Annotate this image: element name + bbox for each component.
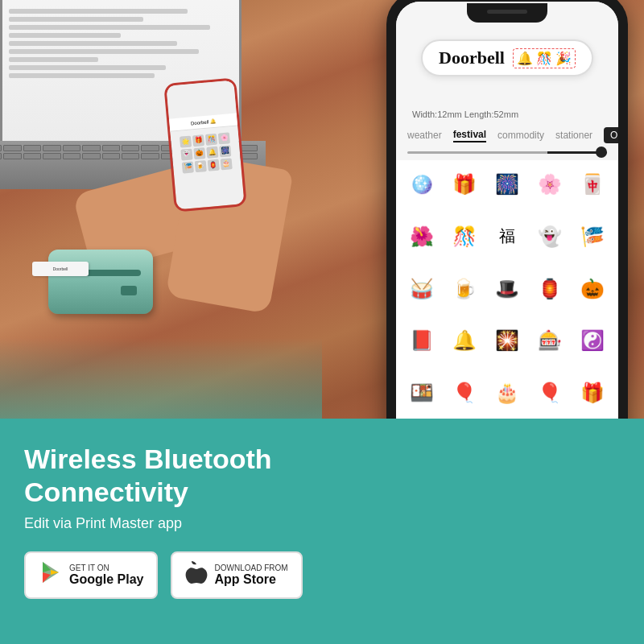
bottom-section: Wireless BluetoothConnectivity Edit via …	[0, 419, 644, 644]
icon-cell: 🌸	[218, 132, 230, 144]
google-play-name: Google Play	[69, 572, 143, 587]
icon-cell: 🔔	[206, 146, 218, 158]
icon-fireworks[interactable]: 🎆	[488, 167, 526, 202]
icon-size-slider[interactable]	[407, 151, 607, 154]
icon-cake[interactable]: 🎂	[488, 375, 526, 411]
category-tabs[interactable]: weather festival commodity stationer OK	[396, 122, 618, 148]
icon-fu[interactable]: 福	[488, 219, 526, 254]
phone-screen: Doorbell 🔔 🎊 🎉 Width:12mm Length:52mm	[396, 2, 618, 419]
icon-cell: 🎁	[192, 134, 204, 147]
icon-cell: 👻	[180, 148, 192, 160]
icon-cell: 🎏	[182, 161, 194, 173]
icon-cell: 🎆	[219, 145, 231, 157]
app-store-button[interactable]: Download from App Store	[171, 551, 302, 599]
teal-overlay	[0, 338, 322, 419]
icon-lantern[interactable]: 🏮	[531, 271, 569, 307]
icon-rose[interactable]: 🌺	[402, 219, 440, 254]
bottom-subtitle: Edit via Print Master app	[24, 515, 620, 532]
icon-cell: 🏮	[208, 159, 220, 171]
phone-small-screen: Doorbell 🔔 🌟 🎁 🎊 🌸 👻 🎃 🔔 🎆 🎏 🍺 🏮 🎂	[166, 80, 244, 210]
tab-commodity[interactable]: commodity	[497, 130, 544, 141]
store-buttons: GET IT ON Google Play Download from App …	[24, 551, 620, 599]
app-store-top-text: Download from	[214, 564, 287, 572]
google-play-button[interactable]: GET IT ON Google Play	[24, 551, 158, 599]
printer-button[interactable]	[121, 286, 137, 295]
icon-cell: 🎊	[205, 133, 217, 145]
label-icon-group: 🔔 🎊 🎉	[513, 48, 576, 68]
icon-bunting[interactable]: 🎏	[574, 219, 612, 254]
label-icon-party: 🎉	[555, 51, 572, 66]
icon-ghost[interactable]: 👻	[531, 219, 569, 254]
icon-cell: 🎂	[221, 158, 233, 170]
icon-gift2[interactable]: 🎁	[574, 375, 612, 411]
photo-section: Doorbell Doorbell 🔔 🌟 🎁 🎊 🌸 👻 🎃 🔔 🎆	[0, 0, 644, 419]
icon-mahjong[interactable]: 🀄	[574, 167, 612, 202]
icon-yin-yang[interactable]: ☯️	[574, 323, 612, 358]
phone-frame: Doorbell 🔔 🎊 🎉 Width:12mm Length:52mm	[386, 0, 628, 419]
slider-bar[interactable]	[396, 148, 618, 160]
dimensions-text: Width:12mm Length:52mm	[412, 109, 518, 119]
icon-balloon[interactable]: 🎈	[445, 375, 483, 411]
icon-cell: 🌟	[180, 135, 192, 147]
icon-sparkle[interactable]: 🎇	[488, 323, 526, 358]
icon-pumpkin[interactable]: 🎃	[574, 271, 612, 307]
printer-body: Doorbell	[48, 250, 153, 314]
tab-stationer[interactable]: stationer	[555, 130, 592, 141]
main-container: Doorbell Doorbell 🔔 🌟 🎁 🎊 🌸 👻 🎃 🔔 🎆	[0, 0, 644, 644]
phone-speaker	[487, 10, 527, 14]
dimensions-bar: Width:12mm Length:52mm	[396, 106, 618, 122]
icon-flower[interactable]: 🌸	[531, 167, 569, 202]
phone-small-icon-grid: 🌟 🎁 🎊 🌸 👻 🎃 🔔 🎆 🎏 🍺 🏮 🎂	[176, 129, 236, 177]
label-icon-bell: 🔔	[517, 51, 533, 66]
app-store-name: App Store	[214, 572, 287, 587]
icon-confetti[interactable]: 🎊	[445, 219, 483, 254]
icon-drum[interactable]: 🥁	[402, 271, 440, 307]
label-preview: Doorbell 🔔 🎊 🎉	[421, 39, 593, 76]
google-play-text: GET IT ON Google Play	[69, 564, 143, 587]
icon-book[interactable]: 📕	[402, 323, 440, 358]
tab-festival[interactable]: festival	[453, 129, 486, 142]
label-printer: Doorbell	[48, 250, 161, 330]
icon-cell: 🎃	[193, 147, 205, 159]
google-play-icon	[39, 560, 63, 590]
app-store-text: Download from App Store	[214, 564, 287, 587]
label-text: Doorbell	[439, 47, 505, 68]
icon-bento[interactable]: 🍱	[402, 375, 440, 411]
slider-thumb[interactable]	[596, 147, 607, 158]
tab-weather[interactable]: weather	[407, 130, 442, 141]
icon-bell[interactable]: 🔔	[445, 323, 483, 358]
icon-discoball[interactable]: 🪩	[402, 167, 440, 202]
phone-in-hand: Doorbell 🔔 🌟 🎁 🎊 🌸 👻 🎃 🔔 🎆 🎏 🍺 🏮 🎂	[163, 77, 247, 212]
icon-gift[interactable]: 🎁	[445, 167, 483, 202]
icon-tophat[interactable]: 🎩	[488, 271, 526, 307]
printer-label-output: Doorbell	[32, 262, 89, 276]
icon-beer[interactable]: 🍺	[445, 271, 483, 307]
phone-notch	[467, 3, 547, 23]
google-play-top-text: GET IT ON	[69, 564, 143, 572]
apple-icon	[185, 559, 208, 591]
icon-grid: 🪩 🎁 🎆 🌸 🀄 🌺 🎊 福 👻 🎏 🥁 🍺 🎩 🏮	[396, 160, 618, 419]
big-phone: Doorbell 🔔 🎊 🎉 Width:12mm Length:52mm	[386, 0, 628, 419]
screen-lines	[9, 0, 233, 78]
label-icon-confetti: 🎊	[536, 51, 552, 66]
bottom-title: Wireless BluetoothConnectivity	[24, 443, 620, 509]
icon-cell: 🍺	[195, 160, 207, 172]
icon-dice[interactable]: 🎰	[531, 323, 569, 358]
icon-balloon2[interactable]: 🎈	[531, 375, 569, 411]
ok-button[interactable]: OK	[604, 127, 618, 143]
